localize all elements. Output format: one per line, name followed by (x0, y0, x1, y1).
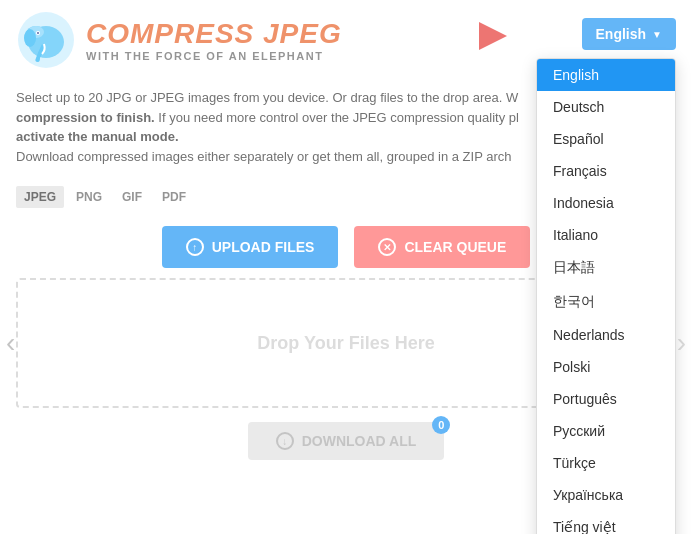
lang-option-japanese[interactable]: 日本語 (537, 251, 675, 285)
lang-option-italiano[interactable]: Italiano (537, 219, 675, 251)
lang-option-korean[interactable]: 한국어 (537, 285, 675, 319)
lang-option-ukrainian[interactable]: Українська (537, 479, 675, 511)
lang-option-espanol[interactable]: Español (537, 123, 675, 155)
lang-option-polski[interactable]: Polski (537, 351, 675, 383)
lang-option-indonesia[interactable]: Indonesia (537, 187, 675, 219)
lang-option-english[interactable]: English (537, 59, 675, 91)
lang-option-deutsch[interactable]: Deutsch (537, 91, 675, 123)
lang-option-turkce[interactable]: Türkçe (537, 447, 675, 479)
lang-option-russian[interactable]: Русский (537, 415, 675, 447)
lang-option-portugues[interactable]: Português (537, 383, 675, 415)
lang-option-nederlands[interactable]: Nederlands (537, 319, 675, 351)
lang-option-francais[interactable]: Français (537, 155, 675, 187)
language-dropdown[interactable]: English Deutsch Español Français Indones… (536, 58, 676, 534)
lang-option-vietnamese[interactable]: Tiếng việt (537, 511, 675, 534)
